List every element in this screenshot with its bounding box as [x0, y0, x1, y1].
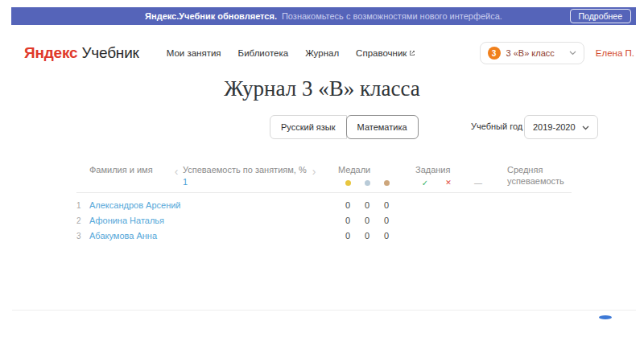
silver-medal-count: 0: [357, 200, 377, 210]
header-right: 3 3 «В» класс Елена П.: [480, 42, 634, 64]
gold-medal-count: 0: [338, 200, 357, 210]
tab-math[interactable]: Математика: [346, 115, 419, 139]
banner-details-button[interactable]: Подробнее: [570, 9, 631, 23]
class-badge: 3: [488, 47, 501, 60]
row-number: 3: [76, 232, 89, 241]
silver-medal-count: 0: [357, 231, 377, 241]
task-skipped-icon: —: [462, 179, 494, 187]
col-header-average: Средняя успеваемость: [507, 162, 572, 187]
nav-reference-label: Справочник: [356, 48, 407, 58]
nav-library[interactable]: Библиотека: [238, 48, 289, 58]
silver-medal-count: 0: [357, 216, 377, 225]
table-row: 3 Абакумова Анна 0 0 0: [76, 228, 572, 244]
bronze-medal-count: 0: [377, 231, 396, 241]
table-row: 2 Афонина Наталья 0 0 0: [76, 213, 572, 228]
task-icons-row: ✓ ✕ —: [415, 179, 494, 187]
chevron-right-icon[interactable]: ›: [308, 162, 320, 177]
year-label: Учебный год: [471, 121, 522, 131]
bronze-medal-icon: [384, 180, 390, 186]
class-selector[interactable]: 3 3 «В» класс: [480, 42, 584, 64]
year-select-value: 2019-2020: [533, 122, 576, 132]
help-widget[interactable]: [599, 315, 612, 319]
year-select[interactable]: 2019-2020: [524, 115, 598, 139]
gold-medal-icon: [345, 180, 351, 186]
banner-title: Яндекс.Учебник обновляется.: [145, 11, 277, 21]
class-selector-value: 3 «В» класс: [506, 48, 555, 58]
medal-icons-row: [338, 179, 396, 187]
banner-subtitle: Познакомьтесь с возможностями нового инт…: [282, 11, 502, 21]
col-header-performance: Успеваемость по занятиям, % 1: [183, 162, 308, 187]
nav-journal[interactable]: Журнал: [305, 48, 339, 58]
chevron-down-icon: [582, 122, 589, 132]
task-correct-icon: ✓: [415, 179, 435, 187]
page-title: Журнал 3 «В» класса: [0, 76, 644, 101]
col-header-performance-label: Успеваемость по занятиям, %: [183, 165, 308, 175]
col-header-tasks-label: Задания: [415, 165, 494, 175]
col-header-average-line1: Средняя: [507, 165, 572, 176]
row-number: 1: [76, 201, 89, 210]
external-link-icon: [409, 50, 415, 56]
tab-russian[interactable]: Русский язык: [270, 115, 347, 139]
table-header-divider: [76, 192, 572, 193]
yandex-uchebnik-logo[interactable]: Яндекс Учебник: [24, 44, 139, 62]
subject-tabs: Русский язык Математика: [270, 115, 419, 139]
logo-yandex: Яндекс: [24, 44, 77, 61]
bronze-medal-count: 0: [377, 216, 396, 225]
app-header: Яндекс Учебник Мои занятия Библиотека Жу…: [24, 39, 634, 68]
update-banner: Яндекс.Учебник обновляется. Познакомьтес…: [11, 7, 636, 25]
nav-my-lessons[interactable]: Мои занятия: [167, 48, 221, 58]
nav-reference[interactable]: Справочник: [356, 48, 415, 58]
silver-medal-icon: [365, 180, 370, 186]
gold-medal-count: 0: [338, 216, 357, 225]
col-header-name: Фамилия и имя: [89, 162, 170, 175]
lesson-number-link[interactable]: 1: [183, 177, 308, 187]
gold-medal-count: 0: [338, 231, 357, 241]
logo-uchebnik: Учебник: [77, 44, 138, 61]
main-nav: Мои занятия Библиотека Журнал Справочник: [167, 48, 416, 58]
col-header-average-line2: успеваемость: [507, 176, 572, 187]
table-row: 1 Александров Арсений 0 0 0: [76, 198, 572, 213]
chevron-down-icon: [569, 51, 576, 56]
student-name-link[interactable]: Афонина Наталья: [89, 216, 170, 225]
col-header-tasks: Задания ✓ ✕ —: [415, 162, 494, 187]
col-header-medals-label: Медали: [338, 165, 396, 175]
bronze-medal-count: 0: [377, 200, 396, 210]
student-name-link[interactable]: Абакумова Анна: [89, 231, 170, 241]
user-menu[interactable]: Елена П.: [596, 48, 634, 58]
chevron-left-icon[interactable]: ‹: [170, 162, 183, 177]
task-incorrect-icon: ✕: [435, 179, 462, 187]
journal-table: Фамилия и имя ‹ Успеваемость по занятиям…: [76, 162, 572, 244]
student-name-link[interactable]: Александров Арсений: [89, 200, 170, 210]
footer-divider: [12, 310, 636, 311]
col-header-medals: Медали: [338, 162, 396, 187]
table-header: Фамилия и имя ‹ Успеваемость по занятиям…: [76, 162, 572, 187]
row-number: 2: [76, 216, 89, 225]
